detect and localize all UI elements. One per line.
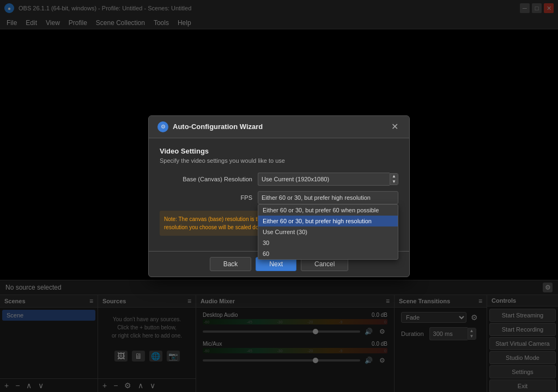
back-button[interactable]: Back: [210, 257, 252, 271]
fps-option-60[interactable]: 60: [258, 248, 398, 259]
fps-option-prefer-high-res[interactable]: Either 60 or 30, but prefer high resolut…: [258, 216, 398, 226]
fps-select-wrapper: Either 60 or 30, but prefer 60 when poss…: [258, 191, 398, 204]
wizard-icon: ⚙: [157, 121, 168, 132]
resolution-row: Base (Canvas) Resolution ▲ ▼: [160, 173, 398, 186]
modal-close-button[interactable]: ✕: [389, 121, 401, 132]
fps-select[interactable]: Either 60 or 30, but prefer 60 when poss…: [258, 191, 398, 204]
section-title: Video Settings: [160, 147, 398, 155]
fps-dropdown: Either 60 or 30, but prefer 60 when poss…: [258, 204, 398, 260]
modal-overlay: ⚙ Auto-Configuration Wizard ✕ Video Sett…: [0, 0, 558, 392]
modal-body: Video Settings Specify the video setting…: [149, 138, 409, 251]
resolution-increase-button[interactable]: ▲: [390, 174, 398, 179]
resolution-label: Base (Canvas) Resolution: [160, 176, 258, 182]
section-desc: Specify the video settings you would lik…: [160, 157, 398, 164]
fps-row: FPS Either 60 or 30, but prefer 60 when …: [160, 191, 398, 204]
fps-option-prefer-60[interactable]: Either 60 or 30, but prefer 60 when poss…: [258, 205, 398, 216]
auto-config-wizard-modal: ⚙ Auto-Configuration Wizard ✕ Video Sett…: [148, 115, 410, 277]
resolution-control: ▲ ▼: [258, 173, 398, 186]
modal-title-row: ⚙ Auto-Configuration Wizard: [157, 121, 263, 132]
resolution-spinner-buttons: ▲ ▼: [390, 173, 398, 185]
fps-option-current[interactable]: Use Current (30): [258, 226, 398, 237]
resolution-input[interactable]: [258, 173, 390, 186]
modal-title: Auto-Configuration Wizard: [173, 122, 263, 131]
modal-header: ⚙ Auto-Configuration Wizard ✕: [149, 116, 409, 138]
resolution-decrease-button[interactable]: ▼: [390, 179, 398, 185]
fps-option-30[interactable]: 30: [258, 237, 398, 248]
fps-label: FPS: [160, 194, 258, 201]
